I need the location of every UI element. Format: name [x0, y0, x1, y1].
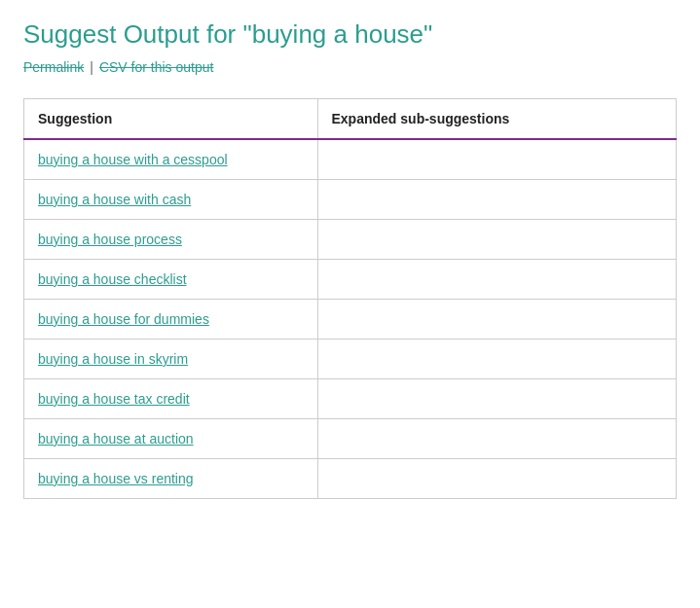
- table-row: buying a house vs renting: [24, 459, 677, 499]
- permalink-link[interactable]: Permalink: [23, 59, 84, 75]
- page-title: Suggest Output for "buying a house": [23, 19, 677, 50]
- csv-link[interactable]: CSV for this output: [99, 59, 214, 75]
- col-expanded-header: Expanded sub-suggestions: [317, 99, 677, 140]
- expanded-cell: [317, 459, 677, 499]
- table-row: buying a house with a cesspool: [24, 139, 677, 180]
- suggestion-link[interactable]: buying a house for dummies: [38, 311, 209, 327]
- suggestion-cell: buying a house with cash: [24, 180, 318, 220]
- expanded-cell: [317, 260, 677, 300]
- suggestion-link[interactable]: buying a house vs renting: [38, 471, 194, 486]
- suggestion-cell: buying a house tax credit: [24, 379, 318, 419]
- table-row: buying a house for dummies: [24, 300, 677, 340]
- table-row: buying a house at auction: [24, 419, 677, 459]
- suggestion-link[interactable]: buying a house at auction: [38, 431, 194, 447]
- expanded-cell: [317, 300, 677, 340]
- suggestion-cell: buying a house with a cesspool: [24, 139, 318, 180]
- suggestion-link[interactable]: buying a house with a cesspool: [38, 152, 228, 167]
- suggestion-link[interactable]: buying a house checklist: [38, 271, 187, 287]
- expanded-cell: [317, 220, 677, 260]
- table-row: buying a house in skyrim: [24, 340, 677, 379]
- expanded-cell: [317, 419, 677, 459]
- table-row: buying a house process: [24, 220, 677, 260]
- suggestion-link[interactable]: buying a house with cash: [38, 192, 191, 207]
- suggestion-cell: buying a house in skyrim: [24, 340, 318, 379]
- suggestion-cell: buying a house process: [24, 220, 318, 260]
- expanded-cell: [317, 180, 677, 220]
- table-header-row: Suggestion Expanded sub-suggestions: [24, 99, 677, 140]
- link-separator: |: [90, 59, 93, 75]
- expanded-cell: [317, 139, 677, 180]
- col-suggestion-header: Suggestion: [24, 99, 318, 140]
- suggestion-link[interactable]: buying a house tax credit: [38, 391, 190, 407]
- suggestion-cell: buying a house checklist: [24, 260, 318, 300]
- suggestion-cell: buying a house vs renting: [24, 459, 318, 499]
- expanded-cell: [317, 340, 677, 379]
- table-row: buying a house checklist: [24, 260, 677, 300]
- expanded-cell: [317, 379, 677, 419]
- table-row: buying a house tax credit: [24, 379, 677, 419]
- suggestion-cell: buying a house at auction: [24, 419, 318, 459]
- meta-links-row: Permalink | CSV for this output: [23, 59, 677, 75]
- suggestion-link[interactable]: buying a house process: [38, 232, 182, 247]
- suggestions-table: Suggestion Expanded sub-suggestions buyi…: [23, 98, 677, 499]
- suggestion-link[interactable]: buying a house in skyrim: [38, 351, 188, 367]
- table-row: buying a house with cash: [24, 180, 677, 220]
- suggestion-cell: buying a house for dummies: [24, 300, 318, 340]
